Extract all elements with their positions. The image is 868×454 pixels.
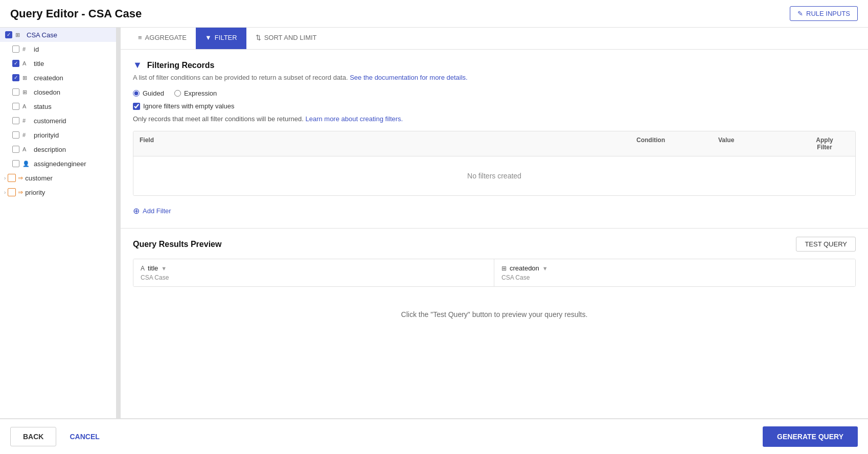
sidebar-item-label-customerid: customerid — [34, 117, 66, 125]
sidebar-checkbox-closedon[interactable] — [12, 88, 19, 96]
sidebar-item-label-priorityid: priorityid — [34, 131, 59, 139]
sidebar-resize-handle[interactable] — [117, 28, 121, 418]
filter-section-desc: A list of filter conditions can be provi… — [133, 74, 856, 81]
sidebar-group-customer[interactable]: › ⇒ customer — [0, 171, 116, 185]
sidebar-item-status[interactable]: A status — [0, 99, 116, 114]
sidebar-item-priorityid[interactable]: # priorityid — [0, 128, 116, 142]
sidebar-group-priority[interactable]: › ⇒ priority — [0, 185, 116, 199]
sidebar-item-csa-case[interactable]: ⊞ CSA Case — [0, 28, 116, 42]
sidebar-checkbox-priorityid[interactable] — [12, 131, 19, 139]
filter-table: Field Condition Value ApplyFilter No fil… — [133, 131, 856, 196]
sidebar-item-assignedengineer[interactable]: 👤 assignedengineer — [0, 156, 116, 171]
sidebar-item-label-description: description — [34, 146, 66, 153]
sidebar-item-title[interactable]: A title — [0, 56, 116, 71]
query-results-section: Query Results Preview TEST QUERY A title… — [121, 228, 868, 342]
hash-icon-id: # — [22, 46, 31, 52]
sidebar-item-closedon[interactable]: ⊞ closedon — [0, 85, 116, 99]
learn-more-link[interactable]: Learn more about creating filters. — [305, 115, 403, 123]
tab-aggregate[interactable]: ≡ AGGREGATE — [129, 28, 196, 49]
filter-th-apply: ApplyFilter — [794, 131, 855, 156]
generate-query-button[interactable]: GENERATE QUERY — [763, 426, 858, 447]
sidebar-item-label-id: id — [34, 46, 39, 53]
filter-options: Guided Expression — [133, 89, 856, 97]
add-filter-button[interactable]: ⊕ Add Filter — [133, 204, 171, 218]
sidebar-item-description[interactable]: A description — [0, 142, 116, 156]
user-icon-assignedengineer: 👤 — [22, 161, 31, 167]
footer-left: BACK CANCEL — [10, 427, 107, 446]
expand-arrow-priority: › — [4, 190, 6, 195]
tab-bar: ≡ AGGREGATE ▼ FILTER ⇅ SORT AND LIMIT — [121, 28, 868, 50]
hash-icon-customerid: # — [22, 118, 31, 124]
result-col-title-name: title — [148, 264, 158, 272]
sort-arrow-title[interactable]: ▼ — [161, 265, 167, 271]
sidebar-item-customerid[interactable]: # customerid — [0, 114, 116, 128]
sidebar-checkbox-createdon[interactable] — [12, 74, 19, 81]
results-preview-msg: Click the "Test Query" button to preview… — [133, 295, 856, 334]
sidebar-item-label-status: status — [34, 103, 52, 110]
pencil-icon: ✎ — [797, 10, 803, 17]
main-layout: ⊞ CSA Case # id A title ⊞ createdon ⊞ cl… — [0, 28, 868, 418]
sidebar-checkbox-customerid[interactable] — [12, 117, 19, 124]
cancel-button[interactable]: CANCEL — [62, 427, 106, 446]
filter-th-condition: Condition — [630, 131, 712, 156]
plus-icon: ⊕ — [133, 206, 140, 216]
ignore-empty-checkbox[interactable] — [133, 103, 140, 110]
results-title: Query Results Preview — [133, 240, 221, 249]
rule-inputs-button[interactable]: ✎ RULE INPUTS — [790, 6, 858, 21]
sidebar-item-label-assignedengineer: assignedengineer — [34, 160, 86, 168]
result-col-createdon: ⊞ createdon ▼ CSA Case — [494, 259, 855, 286]
filter-section-icon: ▼ — [133, 60, 142, 71]
sidebar-checkbox-id[interactable] — [12, 46, 19, 53]
filter-th-value: Value — [712, 131, 794, 156]
sidebar-item-label-csa-case: CSA Case — [27, 31, 57, 39]
result-col-createdon-sub: CSA Case — [501, 274, 848, 281]
expression-radio-label[interactable]: Expression — [174, 89, 217, 97]
cal-icon-closedon: ⊞ — [22, 89, 31, 96]
sidebar-checkbox-csa-case[interactable] — [5, 31, 12, 38]
filter-icon-tab: ▼ — [205, 34, 212, 41]
tab-filter[interactable]: ▼ FILTER — [196, 28, 246, 49]
guided-radio[interactable] — [133, 90, 140, 97]
doc-link[interactable]: See the documentation for more details. — [350, 74, 468, 81]
cal-icon-createdon: ⊞ — [22, 75, 31, 81]
aggregate-icon: ≡ — [138, 34, 142, 41]
text-icon-description: A — [22, 146, 31, 152]
filter-note: Only records that meet all filter condit… — [133, 115, 856, 123]
filter-section-header: ▼ Filtering Records — [133, 60, 856, 71]
sidebar-item-createdon[interactable]: ⊞ createdon — [0, 71, 116, 85]
sidebar-checkbox-title[interactable] — [12, 60, 19, 67]
content-area: ≡ AGGREGATE ▼ FILTER ⇅ SORT AND LIMIT ▼ … — [121, 28, 868, 418]
guided-radio-label[interactable]: Guided — [133, 89, 164, 97]
filter-section-title: Filtering Records — [147, 61, 215, 70]
sort-icon: ⇅ — [256, 34, 261, 41]
back-button[interactable]: BACK — [10, 427, 56, 446]
sidebar: ⊞ CSA Case # id A title ⊞ createdon ⊞ cl… — [0, 28, 117, 418]
header: Query Editor - CSA Case ✎ RULE INPUTS — [0, 0, 868, 28]
ignore-empty-checkbox-label[interactable]: Ignore filters with empty values — [133, 102, 856, 110]
group-arrow-priority: ⇒ — [18, 189, 23, 196]
sort-arrow-createdon[interactable]: ▼ — [542, 265, 548, 271]
expression-radio[interactable] — [174, 90, 181, 97]
group-box-customer — [8, 174, 16, 182]
sidebar-group-label-customer: customer — [25, 174, 52, 182]
group-arrow-customer: ⇒ — [18, 174, 23, 181]
expand-arrow-customer: › — [4, 175, 6, 181]
text-type-icon-title: A — [141, 265, 145, 272]
sidebar-item-label-title: title — [34, 60, 44, 67]
page-title: Query Editor - CSA Case — [10, 7, 142, 20]
footer: BACK CANCEL GENERATE QUERY — [0, 418, 868, 454]
group-box-priority — [8, 188, 16, 196]
sidebar-item-id[interactable]: # id — [0, 42, 116, 56]
text-icon-title: A — [22, 60, 31, 66]
result-col-createdon-header: ⊞ createdon ▼ — [501, 264, 848, 272]
sidebar-checkbox-assignedengineer[interactable] — [12, 160, 19, 167]
sidebar-checkbox-status[interactable] — [12, 103, 19, 110]
test-query-button[interactable]: TEST QUERY — [796, 237, 856, 252]
sidebar-item-label-createdon: createdon — [34, 74, 63, 82]
result-col-title: A title ▼ CSA Case — [133, 259, 494, 286]
tab-sort[interactable]: ⇅ SORT AND LIMIT — [246, 28, 326, 49]
hash-icon-priorityid: # — [22, 132, 31, 138]
text-icon-status: A — [22, 103, 31, 109]
filter-section: ▼ Filtering Records A list of filter con… — [121, 50, 868, 228]
sidebar-checkbox-description[interactable] — [12, 146, 19, 153]
